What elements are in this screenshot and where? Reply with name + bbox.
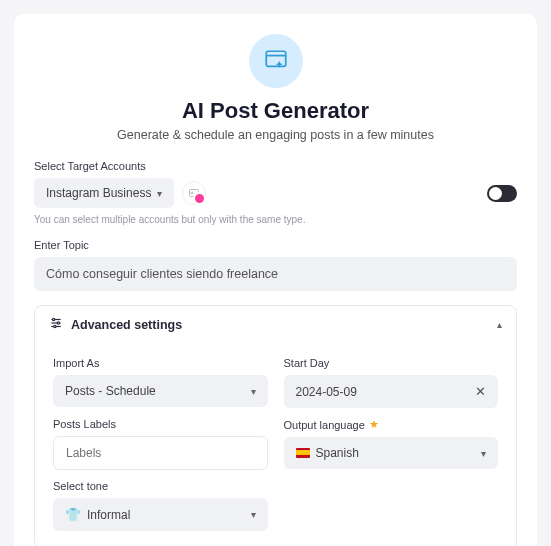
topic-label: Enter Topic xyxy=(34,239,517,251)
chevron-down-icon: ▾ xyxy=(481,448,486,459)
import-as-select[interactable]: Posts - Schedule ▾ xyxy=(53,375,268,407)
tone-select[interactable]: 👕 Informal ▾ xyxy=(53,498,268,531)
svg-point-8 xyxy=(57,322,59,324)
import-as-value: Posts - Schedule xyxy=(65,384,156,398)
tone-emoji-icon: 👕 xyxy=(65,507,81,522)
output-language-label: Output language ★ xyxy=(284,418,499,431)
output-language-value: Spanish xyxy=(316,446,359,460)
target-account-value: Instagram Business xyxy=(46,186,151,200)
target-accounts-helper: You can select multiple accounts but onl… xyxy=(34,214,517,225)
tone-value: Informal xyxy=(87,508,130,522)
app-icon-circle xyxy=(249,34,303,88)
advanced-settings-header[interactable]: Advanced settings ▴ xyxy=(35,306,516,343)
svg-point-9 xyxy=(54,325,56,327)
posts-labels-input[interactable] xyxy=(53,436,268,470)
start-day-label: Start Day xyxy=(284,357,499,369)
settings-icon xyxy=(49,316,63,333)
start-day-field: Start Day 2024-05-09 ✕ xyxy=(284,357,499,408)
chevron-down-icon: ▾ xyxy=(251,509,256,520)
svg-point-3 xyxy=(191,192,193,194)
accounts-toggle[interactable] xyxy=(487,185,517,202)
advanced-settings-panel: Advanced settings ▴ Import As Posts - Sc… xyxy=(34,305,517,546)
svg-rect-0 xyxy=(266,51,286,66)
start-day-value: 2024-05-09 xyxy=(296,385,357,399)
target-accounts-left: Instagram Business ▾ xyxy=(34,178,206,208)
chevron-down-icon: ▾ xyxy=(251,386,256,397)
import-as-label: Import As xyxy=(53,357,268,369)
target-accounts-label: Select Target Accounts xyxy=(34,160,517,172)
topic-input[interactable] xyxy=(34,257,517,291)
sparkle-window-icon xyxy=(263,48,289,74)
tone-label: Select tone xyxy=(53,480,268,492)
output-language-select[interactable]: Spanish ▾ xyxy=(284,437,499,469)
page-title: AI Post Generator xyxy=(34,98,517,124)
start-day-input[interactable]: 2024-05-09 ✕ xyxy=(284,375,499,408)
add-account-icon[interactable] xyxy=(182,181,206,205)
chevron-down-icon: ▾ xyxy=(157,188,162,199)
advanced-settings-body: Import As Posts - Schedule ▾ Start Day 2… xyxy=(35,343,516,546)
premium-star-icon: ★ xyxy=(369,418,379,431)
page-subtitle: Generate & schedule an engaging posts in… xyxy=(34,128,517,142)
clear-date-icon[interactable]: ✕ xyxy=(475,384,486,399)
posts-labels-label: Posts Labels xyxy=(53,418,268,430)
output-language-field: Output language ★ Spanish ▾ xyxy=(284,418,499,470)
chevron-up-icon: ▴ xyxy=(497,319,502,330)
ai-post-generator-card: AI Post Generator Generate & schedule an… xyxy=(14,14,537,546)
tone-field: Select tone 👕 Informal ▾ xyxy=(53,480,268,531)
flag-es-icon xyxy=(296,448,310,458)
posts-labels-field: Posts Labels xyxy=(53,418,268,470)
advanced-settings-title: Advanced settings xyxy=(71,318,182,332)
svg-point-7 xyxy=(53,318,55,320)
target-accounts-row: Instagram Business ▾ xyxy=(34,178,517,208)
import-as-field: Import As Posts - Schedule ▾ xyxy=(53,357,268,408)
target-account-select[interactable]: Instagram Business ▾ xyxy=(34,178,174,208)
